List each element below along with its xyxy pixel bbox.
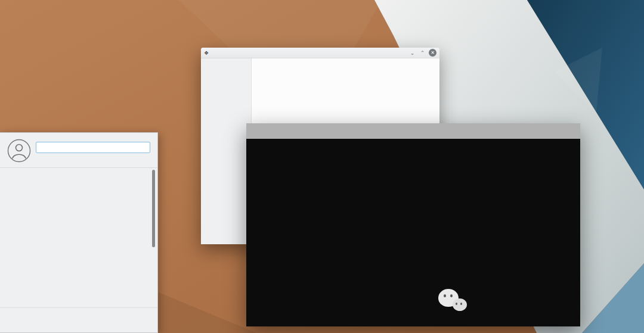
wechat-icon	[437, 288, 472, 315]
launcher-list	[0, 175, 157, 307]
launcher-divider	[0, 167, 157, 168]
minimize-button[interactable]: ⌄	[408, 49, 416, 57]
user-avatar[interactable]	[7, 139, 31, 163]
launcher-footer-tabs	[0, 307, 157, 332]
application-launcher	[0, 132, 158, 333]
wechat-watermark	[437, 288, 472, 315]
search-input[interactable]	[36, 142, 150, 153]
settings-titlebar[interactable]: ❖ ⌄ ⌃ ✕	[201, 48, 439, 58]
close-button[interactable]: ✕	[429, 49, 436, 57]
settings-sidebar	[201, 58, 252, 244]
desktop: ❖ ⌄ ⌃ ✕	[0, 0, 644, 333]
launcher-scrollbar[interactable]	[152, 170, 155, 247]
terminal-window	[246, 123, 580, 326]
maximize-button[interactable]: ⌃	[419, 49, 426, 57]
htop-screen	[246, 139, 580, 326]
window-icon: ❖	[204, 50, 209, 56]
terminal-tab-bar	[246, 123, 580, 139]
